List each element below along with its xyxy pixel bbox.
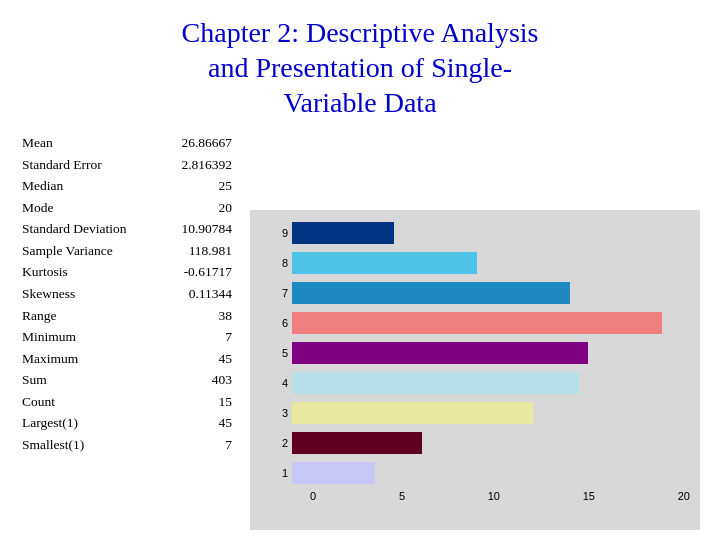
stat-label: Mode [20, 197, 161, 219]
stat-value: 45 [161, 412, 240, 434]
stat-row: Mean26.86667 [20, 132, 240, 154]
stat-row: Largest(1)45 [20, 412, 240, 434]
x-axis: 05101520 [274, 490, 690, 502]
stat-row: Count15 [20, 391, 240, 413]
bar-row: 1 [274, 460, 690, 486]
stat-value: 7 [161, 434, 240, 456]
bar-label: 2 [274, 437, 288, 449]
x-axis-tick: 5 [399, 490, 405, 502]
chart-container: 987654321 05101520 [250, 210, 700, 530]
stat-value: -0.61717 [161, 261, 240, 283]
chart-area: 987654321 05101520 [250, 132, 700, 530]
stat-value: 38 [161, 305, 240, 327]
bar [292, 432, 422, 454]
bar-row: 9 [274, 220, 690, 246]
title-line1: Chapter 2: Descriptive Analysis [182, 17, 539, 48]
content-area: Mean26.86667Standard Error2.816392Median… [20, 132, 700, 530]
x-axis-tick: 0 [310, 490, 316, 502]
stat-row: Range38 [20, 305, 240, 327]
bar-row: 3 [274, 400, 690, 426]
stat-row: Mode20 [20, 197, 240, 219]
stat-row: Maximum45 [20, 348, 240, 370]
stat-label: Median [20, 175, 161, 197]
stat-row: Minimum7 [20, 326, 240, 348]
title-line2: and Presentation of Single- [208, 52, 512, 83]
stat-row: Median25 [20, 175, 240, 197]
stat-label: Count [20, 391, 161, 413]
page: Chapter 2: Descriptive Analysis and Pres… [0, 0, 720, 540]
stat-label: Standard Error [20, 154, 161, 176]
stat-row: Sample Variance118.981 [20, 240, 240, 262]
stat-value: 403 [161, 369, 240, 391]
stat-label: Smallest(1) [20, 434, 161, 456]
bar-label: 5 [274, 347, 288, 359]
stat-label: Minimum [20, 326, 161, 348]
stat-label: Mean [20, 132, 161, 154]
bar-label: 9 [274, 227, 288, 239]
stat-value: 45 [161, 348, 240, 370]
stat-row: Smallest(1)7 [20, 434, 240, 456]
bar [292, 462, 375, 484]
bar-label: 1 [274, 467, 288, 479]
x-axis-ticks: 05101520 [310, 490, 690, 502]
bar-row: 4 [274, 370, 690, 396]
bar-label: 8 [274, 257, 288, 269]
stat-value: 118.981 [161, 240, 240, 262]
stat-value: 7 [161, 326, 240, 348]
stat-row: Sum403 [20, 369, 240, 391]
stat-value: 10.90784 [161, 218, 240, 240]
stat-row: Standard Deviation10.90784 [20, 218, 240, 240]
stat-label: Sample Variance [20, 240, 161, 262]
bar-row: 2 [274, 430, 690, 456]
bar-label: 3 [274, 407, 288, 419]
stat-value: 2.816392 [161, 154, 240, 176]
bars-wrapper: 987654321 [274, 218, 690, 488]
stat-label: Largest(1) [20, 412, 161, 434]
bar [292, 402, 533, 424]
bar-row: 5 [274, 340, 690, 366]
title-line3: Variable Data [283, 87, 436, 118]
stat-value: 15 [161, 391, 240, 413]
stat-value: 25 [161, 175, 240, 197]
bar-label: 6 [274, 317, 288, 329]
stat-value: 0.11344 [161, 283, 240, 305]
stat-label: Sum [20, 369, 161, 391]
bar [292, 372, 579, 394]
bar-label: 4 [274, 377, 288, 389]
stat-row: Standard Error2.816392 [20, 154, 240, 176]
stat-label: Kurtosis [20, 261, 161, 283]
bar-label: 7 [274, 287, 288, 299]
x-axis-tick: 10 [488, 490, 500, 502]
stat-label: Maximum [20, 348, 161, 370]
bar-row: 6 [274, 310, 690, 336]
stats-table: Mean26.86667Standard Error2.816392Median… [20, 132, 240, 530]
bar-row: 8 [274, 250, 690, 276]
page-title: Chapter 2: Descriptive Analysis and Pres… [20, 15, 700, 120]
x-axis-tick: 20 [678, 490, 690, 502]
bar [292, 282, 570, 304]
stat-label: Skewness [20, 283, 161, 305]
stat-label: Standard Deviation [20, 218, 161, 240]
x-axis-tick: 15 [583, 490, 595, 502]
bar [292, 252, 477, 274]
stat-value: 26.86667 [161, 132, 240, 154]
bar-row: 7 [274, 280, 690, 306]
stat-row: Skewness0.11344 [20, 283, 240, 305]
stat-value: 20 [161, 197, 240, 219]
bar [292, 222, 394, 244]
stat-row: Kurtosis-0.61717 [20, 261, 240, 283]
bar [292, 342, 588, 364]
bar [292, 312, 662, 334]
stat-label: Range [20, 305, 161, 327]
